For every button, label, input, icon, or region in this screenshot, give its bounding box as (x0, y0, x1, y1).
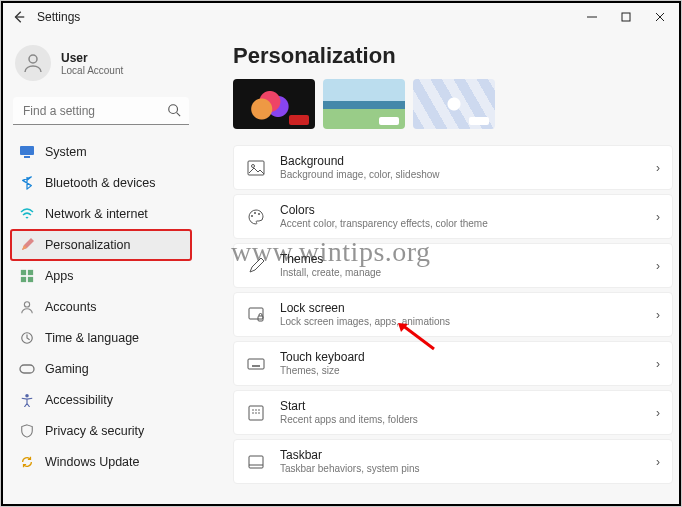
palette-icon (246, 207, 266, 227)
avatar (15, 45, 51, 81)
chevron-right-icon: › (656, 455, 660, 469)
nav-label: Gaming (45, 362, 89, 376)
svg-point-11 (24, 302, 29, 307)
monitor-icon (19, 144, 35, 160)
svg-point-3 (169, 105, 178, 114)
back-button[interactable] (5, 3, 33, 31)
lock-screen-icon (246, 305, 266, 325)
shield-icon (19, 423, 35, 439)
arrow-left-icon (12, 10, 26, 24)
card-title: Themes (280, 252, 381, 266)
search-input[interactable] (13, 97, 189, 125)
sidebar-item-privacy[interactable]: Privacy & security (11, 416, 191, 446)
card-themes[interactable]: ThemesInstall, create, manage › (233, 243, 673, 288)
card-title: Taskbar (280, 448, 420, 462)
svg-rect-35 (249, 456, 263, 468)
nav-label: Time & language (45, 331, 139, 345)
sidebar-item-accessibility[interactable]: Accessibility (11, 385, 191, 415)
card-title: Colors (280, 203, 488, 217)
sidebar-item-apps[interactable]: Apps (11, 261, 191, 291)
card-colors[interactable]: ColorsAccent color, transparency effects… (233, 194, 673, 239)
svg-point-32 (252, 412, 254, 414)
user-name: User (61, 51, 123, 65)
settings-cards: BackgroundBackground image, color, slide… (233, 145, 673, 484)
card-subtitle: Recent apps and items, folders (280, 414, 418, 426)
paintbrush-icon (19, 237, 35, 253)
user-icon (21, 51, 45, 75)
sidebar-item-system[interactable]: System (11, 137, 191, 167)
card-subtitle: Background image, color, slideshow (280, 169, 440, 181)
taskbar-icon (246, 452, 266, 472)
maximize-button[interactable] (609, 3, 643, 31)
nav-label: Windows Update (45, 455, 140, 469)
sidebar: User Local Account System Bluetooth & de… (1, 33, 201, 506)
window-title: Settings (37, 10, 80, 24)
svg-point-14 (25, 394, 29, 398)
card-title: Touch keyboard (280, 350, 365, 364)
close-button[interactable] (643, 3, 677, 31)
svg-rect-8 (28, 270, 33, 275)
sidebar-item-gaming[interactable]: Gaming (11, 354, 191, 384)
svg-point-17 (251, 215, 253, 217)
chevron-right-icon: › (656, 308, 660, 322)
svg-rect-5 (20, 146, 34, 155)
svg-rect-22 (248, 359, 264, 369)
sidebar-item-network[interactable]: Network & internet (11, 199, 191, 229)
nav-label: Network & internet (45, 207, 148, 221)
maximize-icon (621, 12, 631, 22)
card-touch-keyboard[interactable]: Touch keyboardThemes, size › (233, 341, 673, 386)
image-icon (246, 158, 266, 178)
chevron-right-icon: › (656, 357, 660, 371)
sidebar-item-accounts[interactable]: Accounts (11, 292, 191, 322)
theme-thumbnail-2[interactable] (323, 79, 405, 129)
svg-rect-10 (28, 277, 33, 282)
svg-rect-1 (622, 13, 630, 21)
sidebar-item-time[interactable]: Time & language (11, 323, 191, 353)
page-title: Personalization (233, 43, 673, 69)
svg-rect-6 (24, 156, 30, 158)
user-account-row[interactable]: User Local Account (11, 37, 191, 93)
account-icon (19, 299, 35, 315)
chevron-right-icon: › (656, 210, 660, 224)
wifi-icon (19, 206, 35, 222)
card-taskbar[interactable]: TaskbarTaskbar behaviors, system pins › (233, 439, 673, 484)
apps-icon (19, 268, 35, 284)
sidebar-item-update[interactable]: Windows Update (11, 447, 191, 477)
card-subtitle: Themes, size (280, 365, 365, 377)
titlebar: Settings (1, 1, 681, 33)
nav-label: Personalization (45, 238, 130, 252)
nav-label: Apps (45, 269, 74, 283)
card-start[interactable]: StartRecent apps and items, folders › (233, 390, 673, 435)
update-icon (19, 454, 35, 470)
svg-rect-13 (20, 365, 34, 373)
card-title: Lock screen (280, 301, 450, 315)
card-background[interactable]: BackgroundBackground image, color, slide… (233, 145, 673, 190)
main-content: Personalization BackgroundBackground ima… (201, 33, 681, 506)
svg-rect-7 (21, 270, 26, 275)
svg-point-2 (29, 55, 37, 63)
svg-point-18 (254, 212, 256, 214)
nav-label: Accessibility (45, 393, 113, 407)
sidebar-item-personalization[interactable]: Personalization (11, 230, 191, 260)
theme-thumbnail-3[interactable] (413, 79, 495, 129)
gaming-icon (19, 361, 35, 377)
nav-label: Accounts (45, 300, 96, 314)
card-lock-screen[interactable]: Lock screenLock screen images, apps, ani… (233, 292, 673, 337)
clock-icon (19, 330, 35, 346)
card-subtitle: Taskbar behaviors, system pins (280, 463, 420, 475)
card-title: Background (280, 154, 440, 168)
svg-point-29 (252, 409, 254, 411)
keyboard-icon (246, 354, 266, 374)
theme-thumbnail-1[interactable] (233, 79, 315, 129)
svg-point-30 (255, 409, 257, 411)
minimize-icon (587, 12, 597, 22)
nav-label: Privacy & security (45, 424, 144, 438)
nav-label: System (45, 145, 87, 159)
card-title: Start (280, 399, 418, 413)
sidebar-item-bluetooth[interactable]: Bluetooth & devices (11, 168, 191, 198)
search-icon (167, 103, 181, 117)
minimize-button[interactable] (575, 3, 609, 31)
svg-point-19 (258, 213, 260, 215)
nav-list: System Bluetooth & devices Network & int… (11, 137, 191, 477)
brush-icon (246, 256, 266, 276)
